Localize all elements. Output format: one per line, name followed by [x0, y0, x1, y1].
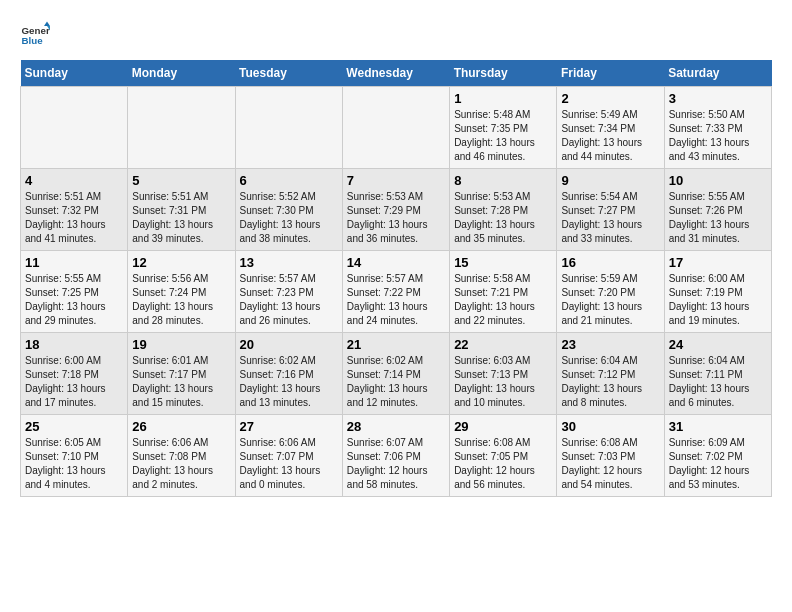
day-cell: [128, 87, 235, 169]
day-number: 29: [454, 419, 552, 434]
day-cell: 24Sunrise: 6:04 AM Sunset: 7:11 PM Dayli…: [664, 333, 771, 415]
week-row-5: 25Sunrise: 6:05 AM Sunset: 7:10 PM Dayli…: [21, 415, 772, 497]
day-number: 5: [132, 173, 230, 188]
day-cell: 2Sunrise: 5:49 AM Sunset: 7:34 PM Daylig…: [557, 87, 664, 169]
day-number: 25: [25, 419, 123, 434]
day-info: Sunrise: 5:56 AM Sunset: 7:24 PM Dayligh…: [132, 272, 230, 328]
header-cell-saturday: Saturday: [664, 60, 771, 87]
day-info: Sunrise: 5:53 AM Sunset: 7:28 PM Dayligh…: [454, 190, 552, 246]
day-cell: 22Sunrise: 6:03 AM Sunset: 7:13 PM Dayli…: [450, 333, 557, 415]
day-cell: 15Sunrise: 5:58 AM Sunset: 7:21 PM Dayli…: [450, 251, 557, 333]
day-cell: 25Sunrise: 6:05 AM Sunset: 7:10 PM Dayli…: [21, 415, 128, 497]
header-cell-sunday: Sunday: [21, 60, 128, 87]
day-info: Sunrise: 6:09 AM Sunset: 7:02 PM Dayligh…: [669, 436, 767, 492]
day-info: Sunrise: 5:55 AM Sunset: 7:25 PM Dayligh…: [25, 272, 123, 328]
day-cell: 9Sunrise: 5:54 AM Sunset: 7:27 PM Daylig…: [557, 169, 664, 251]
day-number: 26: [132, 419, 230, 434]
day-info: Sunrise: 6:02 AM Sunset: 7:16 PM Dayligh…: [240, 354, 338, 410]
day-info: Sunrise: 6:08 AM Sunset: 7:03 PM Dayligh…: [561, 436, 659, 492]
day-cell: 29Sunrise: 6:08 AM Sunset: 7:05 PM Dayli…: [450, 415, 557, 497]
day-cell: 21Sunrise: 6:02 AM Sunset: 7:14 PM Dayli…: [342, 333, 449, 415]
day-number: 19: [132, 337, 230, 352]
day-info: Sunrise: 6:01 AM Sunset: 7:17 PM Dayligh…: [132, 354, 230, 410]
day-info: Sunrise: 6:07 AM Sunset: 7:06 PM Dayligh…: [347, 436, 445, 492]
day-info: Sunrise: 5:59 AM Sunset: 7:20 PM Dayligh…: [561, 272, 659, 328]
logo: General Blue: [20, 20, 54, 50]
calendar-body: 1Sunrise: 5:48 AM Sunset: 7:35 PM Daylig…: [21, 87, 772, 497]
day-cell: 7Sunrise: 5:53 AM Sunset: 7:29 PM Daylig…: [342, 169, 449, 251]
day-info: Sunrise: 6:06 AM Sunset: 7:07 PM Dayligh…: [240, 436, 338, 492]
day-cell: 6Sunrise: 5:52 AM Sunset: 7:30 PM Daylig…: [235, 169, 342, 251]
day-number: 6: [240, 173, 338, 188]
day-cell: 5Sunrise: 5:51 AM Sunset: 7:31 PM Daylig…: [128, 169, 235, 251]
day-cell: 31Sunrise: 6:09 AM Sunset: 7:02 PM Dayli…: [664, 415, 771, 497]
day-info: Sunrise: 6:05 AM Sunset: 7:10 PM Dayligh…: [25, 436, 123, 492]
day-number: 4: [25, 173, 123, 188]
day-cell: 14Sunrise: 5:57 AM Sunset: 7:22 PM Dayli…: [342, 251, 449, 333]
week-row-2: 4Sunrise: 5:51 AM Sunset: 7:32 PM Daylig…: [21, 169, 772, 251]
day-number: 7: [347, 173, 445, 188]
day-cell: 30Sunrise: 6:08 AM Sunset: 7:03 PM Dayli…: [557, 415, 664, 497]
day-number: 1: [454, 91, 552, 106]
header-cell-thursday: Thursday: [450, 60, 557, 87]
week-row-3: 11Sunrise: 5:55 AM Sunset: 7:25 PM Dayli…: [21, 251, 772, 333]
day-cell: 12Sunrise: 5:56 AM Sunset: 7:24 PM Dayli…: [128, 251, 235, 333]
day-number: 24: [669, 337, 767, 352]
day-info: Sunrise: 5:57 AM Sunset: 7:22 PM Dayligh…: [347, 272, 445, 328]
day-info: Sunrise: 5:54 AM Sunset: 7:27 PM Dayligh…: [561, 190, 659, 246]
day-info: Sunrise: 6:02 AM Sunset: 7:14 PM Dayligh…: [347, 354, 445, 410]
day-cell: 18Sunrise: 6:00 AM Sunset: 7:18 PM Dayli…: [21, 333, 128, 415]
svg-text:Blue: Blue: [22, 35, 44, 46]
day-number: 8: [454, 173, 552, 188]
day-info: Sunrise: 5:58 AM Sunset: 7:21 PM Dayligh…: [454, 272, 552, 328]
day-info: Sunrise: 5:51 AM Sunset: 7:32 PM Dayligh…: [25, 190, 123, 246]
day-number: 31: [669, 419, 767, 434]
day-cell: 8Sunrise: 5:53 AM Sunset: 7:28 PM Daylig…: [450, 169, 557, 251]
day-cell: 11Sunrise: 5:55 AM Sunset: 7:25 PM Dayli…: [21, 251, 128, 333]
day-cell: 28Sunrise: 6:07 AM Sunset: 7:06 PM Dayli…: [342, 415, 449, 497]
day-info: Sunrise: 5:53 AM Sunset: 7:29 PM Dayligh…: [347, 190, 445, 246]
day-number: 30: [561, 419, 659, 434]
day-number: 18: [25, 337, 123, 352]
day-number: 20: [240, 337, 338, 352]
day-number: 13: [240, 255, 338, 270]
day-cell: 4Sunrise: 5:51 AM Sunset: 7:32 PM Daylig…: [21, 169, 128, 251]
header-cell-wednesday: Wednesday: [342, 60, 449, 87]
header-cell-monday: Monday: [128, 60, 235, 87]
day-number: 10: [669, 173, 767, 188]
week-row-1: 1Sunrise: 5:48 AM Sunset: 7:35 PM Daylig…: [21, 87, 772, 169]
day-number: 23: [561, 337, 659, 352]
day-info: Sunrise: 6:03 AM Sunset: 7:13 PM Dayligh…: [454, 354, 552, 410]
day-cell: 3Sunrise: 5:50 AM Sunset: 7:33 PM Daylig…: [664, 87, 771, 169]
day-info: Sunrise: 6:06 AM Sunset: 7:08 PM Dayligh…: [132, 436, 230, 492]
day-number: 17: [669, 255, 767, 270]
day-number: 9: [561, 173, 659, 188]
day-info: Sunrise: 6:00 AM Sunset: 7:19 PM Dayligh…: [669, 272, 767, 328]
day-cell: 23Sunrise: 6:04 AM Sunset: 7:12 PM Dayli…: [557, 333, 664, 415]
day-cell: [235, 87, 342, 169]
day-info: Sunrise: 6:04 AM Sunset: 7:11 PM Dayligh…: [669, 354, 767, 410]
day-info: Sunrise: 6:00 AM Sunset: 7:18 PM Dayligh…: [25, 354, 123, 410]
week-row-4: 18Sunrise: 6:00 AM Sunset: 7:18 PM Dayli…: [21, 333, 772, 415]
day-number: 28: [347, 419, 445, 434]
header-row: SundayMondayTuesdayWednesdayThursdayFrid…: [21, 60, 772, 87]
day-info: Sunrise: 6:08 AM Sunset: 7:05 PM Dayligh…: [454, 436, 552, 492]
day-info: Sunrise: 5:55 AM Sunset: 7:26 PM Dayligh…: [669, 190, 767, 246]
day-info: Sunrise: 5:51 AM Sunset: 7:31 PM Dayligh…: [132, 190, 230, 246]
day-info: Sunrise: 5:57 AM Sunset: 7:23 PM Dayligh…: [240, 272, 338, 328]
day-cell: 20Sunrise: 6:02 AM Sunset: 7:16 PM Dayli…: [235, 333, 342, 415]
day-number: 21: [347, 337, 445, 352]
svg-marker-2: [44, 22, 50, 27]
header-cell-tuesday: Tuesday: [235, 60, 342, 87]
day-cell: 1Sunrise: 5:48 AM Sunset: 7:35 PM Daylig…: [450, 87, 557, 169]
day-cell: 10Sunrise: 5:55 AM Sunset: 7:26 PM Dayli…: [664, 169, 771, 251]
day-cell: 16Sunrise: 5:59 AM Sunset: 7:20 PM Dayli…: [557, 251, 664, 333]
day-number: 2: [561, 91, 659, 106]
day-cell: 13Sunrise: 5:57 AM Sunset: 7:23 PM Dayli…: [235, 251, 342, 333]
day-info: Sunrise: 5:49 AM Sunset: 7:34 PM Dayligh…: [561, 108, 659, 164]
day-info: Sunrise: 5:52 AM Sunset: 7:30 PM Dayligh…: [240, 190, 338, 246]
day-cell: 26Sunrise: 6:06 AM Sunset: 7:08 PM Dayli…: [128, 415, 235, 497]
day-cell: [342, 87, 449, 169]
day-number: 27: [240, 419, 338, 434]
day-number: 16: [561, 255, 659, 270]
